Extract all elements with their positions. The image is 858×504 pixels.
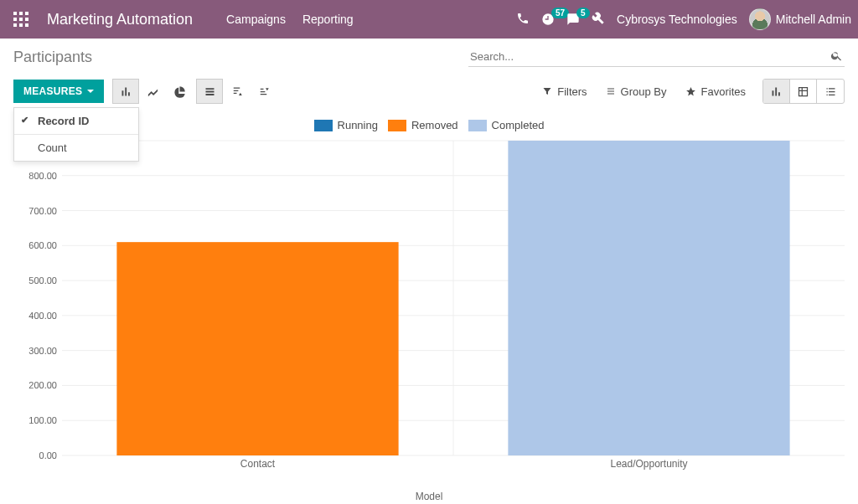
bar[interactable] [116, 242, 398, 455]
legend-running[interactable]: Running [314, 119, 378, 131]
nav-links: Campaigns Reporting [226, 13, 354, 26]
stacked-icon[interactable] [196, 79, 223, 104]
sort-desc-icon[interactable] [223, 79, 250, 104]
chart-area: Running Removed Completed Record ID Mode… [13, 119, 845, 504]
app-title: Marketing Automation [47, 11, 193, 28]
caret-down-icon [87, 90, 94, 93]
measures-label: MEASURES [23, 85, 82, 97]
search-tools: Filters Group By Favorites [542, 85, 746, 98]
svg-text:0.00: 0.00 [39, 450, 57, 460]
svg-text:Lead/Opportunity: Lead/Opportunity [610, 458, 687, 470]
svg-text:300.00: 300.00 [28, 346, 57, 356]
bar-chart-icon[interactable] [112, 79, 139, 104]
measures-item-count[interactable]: Count [14, 135, 138, 161]
svg-text:500.00: 500.00 [28, 275, 57, 285]
legend-removed[interactable]: Removed [388, 119, 458, 131]
legend-swatch [468, 120, 487, 131]
measures-dropdown: Record ID Count [13, 107, 139, 162]
company-name[interactable]: Cybrosys Technologies [617, 13, 737, 26]
search-input[interactable] [468, 47, 829, 66]
pie-chart-icon[interactable] [166, 79, 193, 104]
svg-text:700.00: 700.00 [28, 206, 57, 216]
svg-text:200.00: 200.00 [28, 380, 57, 390]
legend-label: Removed [411, 119, 458, 131]
svg-text:600.00: 600.00 [28, 240, 57, 250]
user-menu[interactable]: Mitchell Admin [749, 8, 851, 30]
favorites-button[interactable]: Favorites [685, 85, 746, 98]
activities-icon[interactable]: 57 [541, 13, 555, 26]
line-chart-icon[interactable] [139, 79, 166, 104]
avatar [749, 8, 771, 30]
x-axis-label: Model [416, 491, 443, 502]
sort-asc-icon[interactable] [250, 79, 277, 104]
svg-text:400.00: 400.00 [28, 311, 57, 321]
messages-icon[interactable]: 5 [566, 13, 580, 26]
stack-sort-group [196, 79, 277, 104]
legend-completed[interactable]: Completed [468, 119, 545, 131]
groupby-label: Group By [621, 85, 667, 98]
filters-label: Filters [557, 85, 587, 98]
svg-text:800.00: 800.00 [28, 171, 57, 181]
wrench-icon[interactable] [592, 12, 605, 28]
search-wrap [468, 47, 845, 67]
legend-swatch [388, 120, 406, 131]
legend-swatch [314, 120, 333, 131]
legend-label: Running [338, 119, 378, 131]
groupby-button[interactable]: Group By [606, 85, 667, 98]
chart-type-group [112, 79, 193, 104]
plot-svg: 0.00100.00200.00300.00400.00500.00600.00… [62, 141, 845, 471]
breadcrumb: Participants [13, 49, 92, 66]
filters-button[interactable]: Filters [542, 85, 587, 98]
view-switcher [762, 79, 845, 104]
measures-item-record-id[interactable]: Record ID [14, 108, 138, 134]
legend-label: Completed [492, 119, 545, 131]
favorites-label: Favorites [701, 85, 746, 98]
svg-text:100.00: 100.00 [28, 415, 57, 425]
user-name: Mitchell Admin [776, 13, 851, 26]
bar[interactable] [508, 141, 789, 455]
view-pivot-icon[interactable] [790, 80, 817, 103]
svg-text:Contact: Contact [240, 458, 276, 470]
topbar: Marketing Automation Campaigns Reporting… [0, 0, 858, 39]
plot: 0.00100.00200.00300.00400.00500.00600.00… [62, 141, 845, 471]
control-panel: Participants MEASURES Filters [0, 39, 858, 104]
phone-icon[interactable] [516, 12, 530, 28]
nav-campaigns[interactable]: Campaigns [226, 13, 286, 26]
messages-count: 5 [576, 8, 590, 18]
view-graph-icon[interactable] [763, 80, 790, 103]
apps-icon[interactable] [7, 5, 35, 33]
nav-reporting[interactable]: Reporting [302, 13, 354, 26]
view-list-icon[interactable] [817, 80, 844, 103]
topbar-right: 57 5 Cybrosys Technologies Mitchell Admi… [516, 8, 851, 30]
search-button[interactable] [829, 48, 845, 66]
measures-button[interactable]: MEASURES [13, 80, 104, 103]
